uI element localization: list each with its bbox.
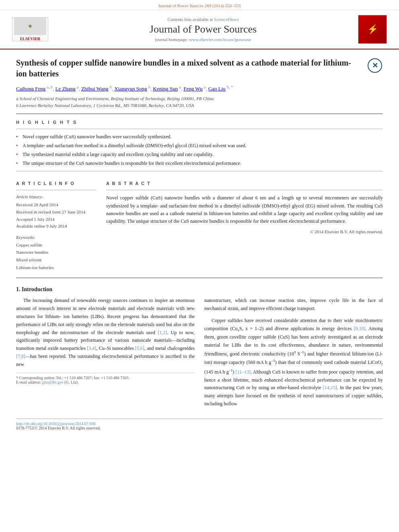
elsevier-logo: 🌳 ELSEVIER [12, 17, 48, 41]
keyword-1: Copper sulfide [16, 241, 97, 249]
page-footer: http://dx.doi.org/10.1016/j.jpowsour.201… [16, 419, 383, 430]
authors-text: Caihong Feng a, b, Le Zhang a, Zhihui Wa… [16, 86, 233, 92]
introduction-section: 1. Introduction The increasing demand of… [16, 286, 383, 412]
author-caihong[interactable]: Caihong Feng [16, 86, 45, 92]
abstract-divider [106, 190, 383, 190]
authors-list: Caihong Feng a, b, Le Zhang a, Zhihui Wa… [16, 85, 383, 92]
keyword-4: Lithium-ion batteries [16, 264, 97, 271]
keywords-section: Keywords: Copper sulfide Nanowire bundle… [16, 235, 97, 271]
highlights-top-divider [16, 129, 383, 129]
keyword-3: Mixed solvent [16, 256, 97, 264]
journal-logo-image: ⚡ [358, 15, 387, 44]
author-feng[interactable]: Feng Wu [183, 86, 202, 92]
author-kening[interactable]: Kening Sun [153, 86, 178, 92]
author-xiangyun[interactable]: Xiangyun Song [114, 86, 147, 92]
author-gao[interactable]: Gao Liu [208, 86, 226, 92]
intro-text-columns: The increasing demand of renewable energ… [16, 297, 383, 412]
highlight-item-3: The synthesized material exhibit a large… [16, 151, 383, 158]
keyword-2: Nanowire bundles [16, 249, 97, 256]
email-link[interactable]: gliu@lbl.gov [42, 380, 64, 384]
journal-logo-icon: ⚡ [367, 24, 378, 35]
email-line: E-mail address: gliu@lbl.gov (G. Liu). [16, 380, 195, 384]
highlights-label: H I G H L I G H T S [16, 120, 383, 125]
doi-link[interactable]: http://dx.doi.org/10.1016/j.jpowsour.201… [16, 421, 95, 426]
article-history-label: Article history: [16, 194, 97, 199]
author-zhihui[interactable]: Zhihui Wang [81, 86, 109, 92]
homepage-url[interactable]: www.elsevier.com/locate/jpowsour [189, 37, 251, 42]
intro-para-2: nanostructure, which can increase reacti… [204, 297, 383, 313]
highlights-section: H I G H L I G H T S Novel copper sulfide… [16, 118, 383, 177]
affiliations: a School of Chemical Engineering and Env… [16, 95, 383, 109]
issn-text: 0378-7753/© 2014 Elsevier B.V. All right… [16, 426, 101, 430]
corr-tel: * Corresponding author. Tel.: +1 510 486… [16, 376, 195, 380]
article-info-col: A R T I C L E I N F O Article history: R… [16, 181, 97, 271]
intro-title: 1. Introduction [16, 286, 383, 293]
abstract-col: A B S T R A C T Novel copper sulfide (Cu… [106, 181, 383, 271]
elsevier-tree-image: 🌳 [14, 18, 46, 35]
abstract-label: A B S T R A C T [106, 181, 383, 186]
science-direct-anchor[interactable]: ScienceDirect [214, 17, 239, 22]
journal-title: Journal of Power Sources [48, 23, 358, 35]
info-abstract-columns: A R T I C L E I N F O Article history: R… [16, 181, 383, 271]
abstract-text: Novel copper sulfide (CuS) nanowire bund… [106, 194, 383, 225]
article-info-label: A R T I C L E I N F O [16, 181, 97, 186]
article-title: Synthesis of copper sulfide nanowire bun… [16, 58, 359, 79]
email-label: E-mail address: [16, 380, 41, 384]
available-date: Available online 9 July 2014 [16, 223, 97, 230]
intro-para-1: The increasing demand of renewable energ… [16, 297, 195, 368]
highlights-bottom-divider [16, 171, 383, 171]
keywords-label: Keywords: [16, 235, 97, 240]
journal-reference: Journal of Power Sources 269 (2014) 550–… [158, 3, 241, 8]
crossmark-logo[interactable]: ✕ [367, 58, 383, 74]
received-revised: Received in revised form 27 June 2014 [16, 209, 97, 216]
highlight-item-1: Novel copper sulfide (CuS) nanowire bund… [16, 133, 383, 140]
affiliation-b: b Lawrence Berkeley National Laboratory,… [16, 102, 383, 109]
email-person: (G. Liu). [64, 380, 78, 384]
main-content: Synthesis of copper sulfide nanowire bun… [0, 49, 399, 438]
article-info-divider [16, 190, 97, 190]
journal-header: 🌳 ELSEVIER Contents lists available at S… [0, 10, 399, 49]
divider-after-abstract [16, 277, 383, 278]
article-title-section: Synthesis of copper sulfide nanowire bun… [16, 58, 383, 79]
highlights-items: Novel copper sulfide (CuS) nanowire bund… [16, 133, 383, 167]
page: Journal of Power Sources 269 (2014) 550–… [0, 0, 399, 532]
affiliation-a: a School of Chemical Engineering and Env… [16, 95, 383, 102]
copyright-line: © 2014 Elsevier B.V. All rights reserved… [106, 229, 383, 234]
elsevier-brand: ELSEVIER [20, 37, 41, 41]
received-date: Received 28 April 2014 [16, 201, 97, 209]
highlight-item-2: A template- and surfactant-free method i… [16, 142, 383, 149]
accepted-date: Accepted 1 July 2014 [16, 216, 97, 223]
journal-ref-bar: Journal of Power Sources 269 (2014) 550–… [0, 0, 399, 10]
crossmark-icon: ✕ [368, 58, 382, 73]
correspondence-note: * Corresponding author. Tel.: +1 510 486… [16, 373, 195, 384]
divider-after-affiliations [16, 113, 383, 114]
author-le[interactable]: Le Zhang [56, 86, 76, 92]
intro-col1: The increasing demand of renewable energ… [16, 297, 195, 412]
intro-col2: nanostructure, which can increase reacti… [204, 297, 383, 412]
homepage-prefix: journal homepage: [155, 37, 189, 42]
journal-center: Contents lists available at ScienceDirec… [48, 17, 358, 42]
contents-available-text: Contents lists available at [167, 17, 213, 22]
intro-para-3: Copper sulfides have received considerab… [204, 317, 383, 408]
science-direct-link: Contents lists available at ScienceDirec… [48, 17, 358, 22]
highlight-item-4: The unique structure of the CuS nanowire… [16, 160, 383, 167]
journal-homepage: journal homepage: www.elsevier.com/locat… [48, 37, 358, 42]
